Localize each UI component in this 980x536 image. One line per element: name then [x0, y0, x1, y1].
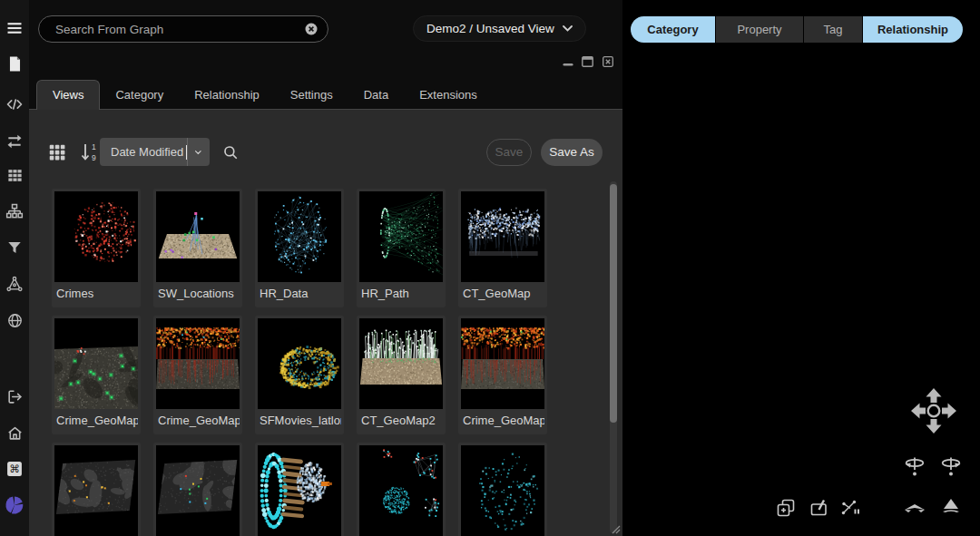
pan-up-icon — [926, 388, 942, 403]
tab-data[interactable]: Data — [348, 81, 404, 109]
save-button[interactable]: Save — [486, 139, 532, 166]
tilt-down-icon[interactable] — [903, 495, 926, 515]
view-card-label: CT_GeoMap — [461, 282, 544, 305]
search-input[interactable] — [39, 23, 305, 36]
view-card[interactable]: HR_Path — [357, 189, 446, 307]
project-view-selector[interactable]: Demo2 / Unsaved View — [413, 15, 586, 42]
left-sidebar: ⌘ — [0, 0, 29, 536]
view-card[interactable]: Crimes — [52, 189, 141, 307]
maximize-icon[interactable] — [582, 56, 593, 68]
pan-center-icon — [928, 405, 940, 417]
save-as-button[interactable]: Save As — [541, 139, 603, 166]
rotate-left-icon[interactable] — [903, 455, 926, 479]
search-icon[interactable] — [222, 144, 239, 161]
add-view-icon[interactable] — [776, 498, 796, 518]
view-thumbnail — [258, 318, 341, 409]
views-grid: CrimesSW_LocationsHR_DataHR_PathCT_GeoMa… — [52, 189, 547, 536]
tilt-up-icon[interactable] — [939, 495, 963, 515]
sort-numeric-icon[interactable]: 19 — [80, 141, 98, 163]
sort-field-value: Date Modified — [100, 145, 183, 159]
main-panel: Demo2 / Unsaved View Views Category Rela… — [29, 0, 622, 536]
tab-views[interactable]: Views — [36, 80, 100, 110]
view-thumbnail — [54, 191, 138, 282]
views-content: 19 Date Modified Save Save As CrimesSW_L… — [29, 110, 622, 536]
sort-field-select[interactable]: Date Modified — [100, 138, 210, 166]
view-card[interactable] — [153, 443, 242, 536]
view-card[interactable]: Crime_GeoMap1 — [52, 316, 141, 434]
view-card[interactable]: Crime_GeoMap2 — [153, 316, 242, 434]
table-icon[interactable] — [5, 165, 24, 185]
view-thumbnail — [156, 318, 240, 409]
annotate-icon[interactable] — [809, 498, 829, 518]
close-icon[interactable] — [602, 56, 613, 68]
graph-search — [38, 15, 328, 43]
view-card[interactable] — [255, 443, 344, 536]
view-card-label: Crimes — [54, 282, 138, 305]
tab-relationship[interactable]: Relationship — [179, 81, 275, 109]
view-thumbnail — [359, 445, 443, 536]
view-thumbnail — [156, 191, 240, 282]
scrollbar-track[interactable] — [610, 181, 617, 533]
view-card-label: Crime_GeoMap2 — [156, 409, 240, 432]
view-card[interactable]: CT_GeoMap — [458, 189, 547, 307]
view-thumbnail — [359, 191, 443, 282]
view-card[interactable]: HR_Data — [255, 189, 344, 307]
minimize-icon[interactable] — [562, 56, 573, 68]
view-card-label: HR_Path — [359, 282, 443, 305]
view-card[interactable]: SW_Locations — [153, 189, 242, 307]
filter-icon[interactable] — [5, 238, 24, 258]
scrollbar-thumb[interactable] — [610, 184, 617, 423]
resize-handle-icon[interactable] — [612, 525, 621, 534]
tab-extensions[interactable]: Extensions — [404, 81, 493, 109]
hierarchy-icon[interactable] — [5, 201, 24, 221]
pan-left-icon — [911, 404, 926, 419]
graphxr-app: ⌘ Demo2 / Unsaved View — [0, 0, 980, 536]
home-icon[interactable] — [5, 423, 24, 443]
graph-canvas-panel[interactable]: Category Property Tag Relationship — [622, 0, 980, 536]
legend-tab-relationship[interactable]: Relationship — [863, 16, 963, 43]
pan-dpad[interactable] — [906, 384, 961, 438]
clear-search-icon[interactable] — [305, 23, 318, 35]
svg-text:1: 1 — [92, 142, 96, 151]
layout-pause-icon[interactable] — [840, 498, 860, 518]
command-icon[interactable]: ⌘ — [5, 459, 24, 479]
project-view-label: Demo2 / Unsaved View — [426, 22, 554, 35]
view-thumbnail — [54, 318, 138, 409]
swap-arrows-icon[interactable] — [5, 131, 24, 151]
view-thumbnail — [461, 191, 544, 282]
view-thumbnail — [461, 445, 544, 536]
view-thumbnail — [359, 318, 443, 409]
globe-icon[interactable] — [5, 310, 24, 330]
select-divider — [187, 138, 188, 166]
grid-view-icon[interactable] — [47, 142, 67, 162]
views-toolbar: 19 Date Modified Save Save As — [47, 138, 603, 166]
tab-category[interactable]: Category — [100, 81, 179, 109]
view-card[interactable] — [52, 443, 141, 536]
view-card-label: SW_Locations — [156, 282, 240, 305]
tab-settings[interactable]: Settings — [275, 81, 348, 109]
pan-down-icon — [926, 419, 942, 434]
rotate-right-icon[interactable] — [939, 455, 963, 479]
main-topbar: Demo2 / Unsaved View — [29, 0, 622, 80]
legend-tab-property[interactable]: Property — [716, 16, 803, 43]
legend-tab-tag[interactable]: Tag — [804, 16, 862, 43]
legend-tab-category[interactable]: Category — [631, 16, 715, 43]
view-card[interactable]: SFMovies_latlon — [255, 316, 344, 434]
sign-out-icon[interactable] — [5, 386, 24, 406]
code-icon[interactable] — [5, 94, 24, 114]
menu-icon[interactable] — [5, 18, 24, 38]
graph-3d-icon[interactable] — [5, 274, 24, 294]
view-thumbnail — [461, 318, 544, 409]
view-card[interactable]: CT_GeoMap2 — [357, 316, 446, 434]
pan-right-icon — [942, 404, 956, 419]
chevron-down-icon — [563, 25, 573, 32]
window-controls — [562, 54, 613, 69]
view-card[interactable] — [357, 443, 446, 536]
view-card[interactable]: Crime_GeoMap2 — [458, 316, 547, 434]
view-card-label: SFMovies_latlon — [258, 409, 341, 432]
svg-text:⌘: ⌘ — [9, 463, 20, 475]
kineviz-logo-icon[interactable] — [5, 495, 24, 515]
view-card-label: Crime_GeoMap1 — [54, 409, 138, 432]
document-icon[interactable] — [5, 54, 24, 73]
view-card[interactable] — [458, 443, 547, 536]
